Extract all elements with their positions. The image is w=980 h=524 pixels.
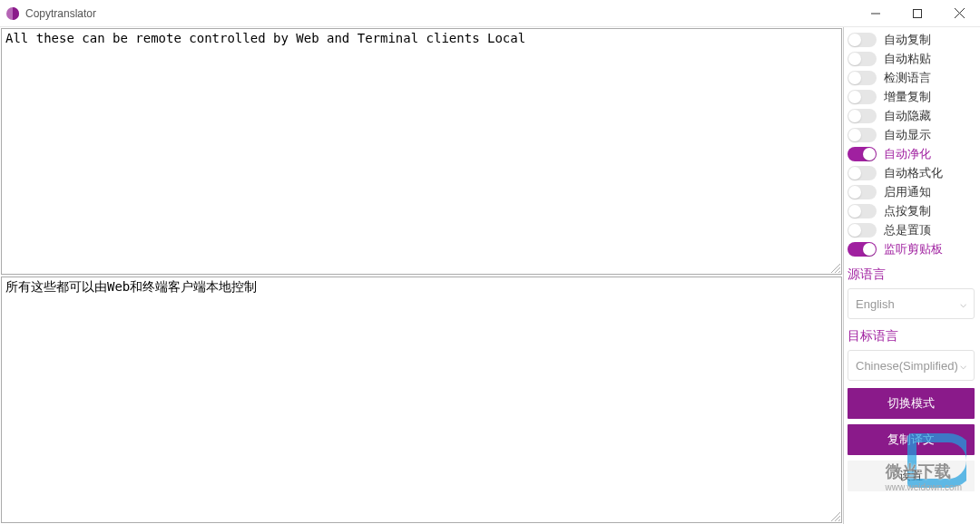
toggle-switch[interactable] — [848, 33, 877, 47]
toggle-knob — [863, 243, 876, 256]
toggle-row: 检测语言 — [848, 69, 975, 87]
main: 自动复制自动粘贴检测语言增量复制自动隐藏自动显示自动净化自动格式化启用通知点按复… — [0, 27, 980, 524]
target-lang-select[interactable]: Chinese(Simplified) ⌵ — [848, 350, 975, 381]
chevron-down-icon: ⌵ — [960, 359, 966, 372]
toggle-row: 自动复制 — [848, 31, 975, 49]
toggle-switch[interactable] — [848, 223, 877, 238]
toggle-knob — [848, 167, 861, 180]
toggle-list: 自动复制自动粘贴检测语言增量复制自动隐藏自动显示自动净化自动格式化启用通知点按复… — [848, 31, 975, 259]
toggle-row: 自动显示 — [848, 126, 975, 144]
toggle-label: 增量复制 — [884, 89, 931, 105]
text-column — [0, 27, 844, 524]
toggle-label: 检测语言 — [884, 70, 931, 86]
toggle-switch[interactable] — [848, 90, 877, 104]
source-lang-select[interactable]: English ⌵ — [848, 288, 975, 319]
maximize-button[interactable] — [897, 0, 938, 27]
toggle-row: 总是置顶 — [848, 221, 975, 239]
toggle-switch[interactable] — [848, 71, 877, 85]
toggle-label: 自动隐藏 — [884, 108, 931, 124]
toggle-label: 自动净化 — [884, 146, 931, 162]
chevron-down-icon: ⌵ — [960, 297, 966, 310]
copy-result-button[interactable]: 复制译文 — [848, 424, 975, 455]
toggle-row: 监听剪贴板 — [848, 240, 975, 258]
toggle-knob — [848, 186, 861, 199]
toggle-row: 自动格式化 — [848, 164, 975, 182]
toggle-label: 自动粘贴 — [884, 51, 931, 67]
toggle-switch[interactable] — [848, 166, 877, 180]
window-controls — [855, 0, 980, 27]
toggle-knob — [848, 129, 861, 141]
toggle-switch[interactable] — [848, 242, 877, 257]
toggle-switch[interactable] — [848, 52, 877, 66]
toggle-switch[interactable] — [848, 147, 877, 161]
toggle-switch[interactable] — [848, 109, 877, 123]
toggle-row: 点按复制 — [848, 202, 975, 220]
toggle-row: 启用通知 — [848, 183, 975, 201]
switch-mode-button[interactable]: 切换模式 — [848, 388, 975, 419]
toggle-knob — [848, 34, 861, 46]
target-textarea[interactable] — [2, 277, 841, 522]
source-text-wrap — [1, 28, 842, 275]
toggle-knob — [848, 91, 861, 103]
resize-handle-icon[interactable] — [829, 262, 840, 273]
target-lang-title: 目标语言 — [848, 328, 975, 344]
toggle-row: 自动粘贴 — [848, 50, 975, 68]
toggle-knob — [848, 72, 861, 84]
svg-rect-2 — [914, 9, 922, 17]
toggle-switch[interactable] — [848, 185, 877, 199]
toggle-label: 自动格式化 — [884, 165, 943, 181]
toggle-label: 自动复制 — [884, 32, 931, 48]
target-lang-value: Chinese(Simplified) — [856, 359, 958, 373]
toggle-knob — [848, 110, 861, 122]
source-lang-value: English — [856, 297, 895, 311]
toggle-knob — [848, 53, 861, 65]
target-text-wrap — [1, 277, 842, 523]
toggle-row: 自动净化 — [848, 145, 975, 163]
toggle-label: 监听剪贴板 — [884, 241, 943, 257]
toggle-label: 点按复制 — [884, 203, 931, 219]
toggle-label: 自动显示 — [884, 127, 931, 143]
close-button[interactable] — [938, 0, 980, 27]
toggle-label: 启用通知 — [884, 184, 931, 200]
app-title: Copytranslator — [25, 7, 96, 20]
titlebar: Copytranslator — [0, 0, 980, 27]
toggle-knob — [863, 148, 876, 160]
toggle-row: 增量复制 — [848, 88, 975, 106]
source-lang-title: 源语言 — [848, 267, 975, 283]
toggle-switch[interactable] — [848, 128, 877, 142]
minimize-button[interactable] — [855, 0, 897, 27]
sidebar: 自动复制自动粘贴检测语言增量复制自动隐藏自动显示自动净化自动格式化启用通知点按复… — [844, 27, 980, 524]
toggle-knob — [848, 205, 861, 218]
settings-button[interactable]: 设置 — [848, 461, 975, 491]
toggle-knob — [848, 224, 861, 237]
toggle-row: 自动隐藏 — [848, 107, 975, 125]
resize-handle-icon[interactable] — [829, 510, 840, 521]
app-icon — [5, 6, 20, 21]
source-textarea[interactable] — [2, 29, 841, 274]
toggle-switch[interactable] — [848, 204, 877, 218]
toggle-label: 总是置顶 — [884, 222, 931, 238]
